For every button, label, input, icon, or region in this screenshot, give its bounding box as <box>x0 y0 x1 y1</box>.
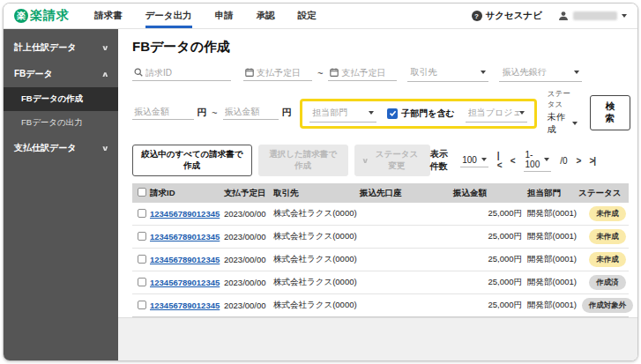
pay-date-cell: 2023/00/00 <box>224 255 273 264</box>
date-range-tilde: ~ <box>317 68 323 78</box>
action-row: 絞込中のすべての請求書で作成 選択した請求書で作成 ∨ ステータス変更 表示件数… <box>132 145 630 176</box>
invoice-id-link[interactable]: 123456789012345 <box>150 301 220 310</box>
table-row: 123456789012345 2023/00/00 株式会社ラクス(0000)… <box>132 294 629 317</box>
status-select[interactable]: 未作成 <box>548 111 578 136</box>
create-from-all-filtered-button[interactable]: 絞込中のすべての請求書で作成 <box>132 145 252 176</box>
sidebar-item-fb-output[interactable]: FBデータの出力 <box>4 111 118 135</box>
row-checkbox[interactable] <box>138 255 146 264</box>
sidebar-item-accounting-journal[interactable]: 計上仕訳データ∨ <box>4 34 118 61</box>
department-cell: 開発部(0001) <box>527 277 578 288</box>
chevron-down-icon <box>481 71 486 74</box>
amount-to-filter <box>223 105 279 120</box>
sidebar: 計上仕訳データ∨FBデータ∧FBデータの作成FBデータの出力支払仕訳データ∨ <box>4 29 118 361</box>
yen-label: 円 <box>282 107 292 119</box>
invoice-id-link[interactable]: 123456789012345 <box>150 209 220 219</box>
pay-date-cell: 2023/00/00 <box>224 278 273 287</box>
header-right: ? サクセスナビ <box>472 10 627 22</box>
department-select[interactable]: 担当部門 <box>309 105 376 123</box>
main-content: FBデータの作成 ~ <box>118 29 637 361</box>
sidebar-item-payment-journal[interactable]: 支払仕訳データ∨ <box>4 135 118 161</box>
invoice-id-link[interactable]: 123456789012345 <box>150 255 220 264</box>
pay-date-cell: 2023/00/00 <box>224 301 273 310</box>
logo-icon: 楽 <box>14 9 28 23</box>
app-logo: 楽 楽請求 <box>14 8 70 24</box>
nav-item-application[interactable]: 申請 <box>215 4 234 28</box>
page-range-select[interactable]: 1-100 <box>524 149 552 172</box>
top-header: 楽 楽請求 請求書データ出力申請承認設定 ? サクセスナビ <box>4 4 637 29</box>
page-range-value: 1-100 <box>525 150 540 169</box>
amount-to-input[interactable] <box>225 107 277 116</box>
vendor-select[interactable]: 取引先 <box>407 64 488 82</box>
department-cell: 開発部(0001) <box>527 254 578 265</box>
amount-from-input[interactable] <box>134 107 192 116</box>
first-page-button[interactable]: |< <box>497 151 502 170</box>
invoice-id-link[interactable]: 123456789012345 <box>150 278 220 287</box>
vendor-select-placeholder: 取引先 <box>410 66 436 78</box>
row-checkbox[interactable] <box>138 278 146 286</box>
pay-date-to-filter <box>328 66 397 81</box>
calendar-icon <box>245 68 254 77</box>
nav-item-data-output[interactable]: データ出力 <box>145 4 192 28</box>
invoice-table: 請求ID 支払予定日 取引先 振込先口座 振込金額 担当部門 ステータス 123… <box>132 183 629 317</box>
status-badge: 作成対象外 <box>582 298 634 313</box>
invoice-id-link[interactable]: 123456789012345 <box>150 232 220 241</box>
project-select-placeholder: 担当プロジェ… <box>468 107 519 119</box>
status-change-button[interactable]: ∨ ステータス変更 <box>354 145 430 176</box>
amount-range-tilde: ~ <box>212 108 217 118</box>
department-cell: 開発部(0001) <box>527 231 578 242</box>
create-from-selected-button[interactable]: 選択した請求書で作成 <box>258 145 348 176</box>
row-checkbox[interactable] <box>138 301 146 309</box>
chevron-down-icon <box>622 14 627 18</box>
bank-select[interactable]: 振込先銀行 <box>499 64 582 82</box>
user-menu[interactable] <box>558 11 627 21</box>
sidebar-item-label: FBデータ <box>14 68 53 80</box>
nav-item-settings[interactable]: 設定 <box>298 4 317 28</box>
amount-cell: 25,000円 <box>453 300 527 311</box>
status-filter-label: ステータス <box>548 89 578 110</box>
vendor-cell: 株式会社ラクス(0000) <box>273 300 360 311</box>
last-page-button[interactable]: >| <box>589 156 595 166</box>
header-account: 振込先口座 <box>360 188 453 199</box>
chevron-down-icon <box>574 71 579 74</box>
highlighted-filter-group: 担当部門 子部門を含む 担当プロジェ… <box>300 99 536 129</box>
filter-row-2: 円 ~ 円 担当部門 <box>132 89 630 136</box>
project-select[interactable]: 担当プロジェ… <box>466 105 527 123</box>
sidebar-item-fb-create[interactable]: FBデータの作成 <box>4 87 118 111</box>
pay-date-to-input[interactable] <box>341 68 395 78</box>
row-checkbox[interactable] <box>138 232 146 241</box>
chevron-down-icon <box>481 158 487 161</box>
search-icon <box>134 68 143 77</box>
success-navi-link[interactable]: ? サクセスナビ <box>472 10 542 22</box>
pay-date-from-input[interactable] <box>257 68 310 78</box>
page-title: FBデータの作成 <box>132 39 630 56</box>
invoice-id-filter <box>132 66 231 81</box>
status-change-label: ステータス変更 <box>371 149 422 172</box>
header-department: 担当部門 <box>527 188 578 199</box>
nav-item-approval[interactable]: 承認 <box>257 4 275 28</box>
sidebar-item-fb-data[interactable]: FBデータ∧ <box>4 61 118 87</box>
display-count-select[interactable]: 100 <box>460 154 488 167</box>
header-invoice-id: 請求ID <box>150 188 224 199</box>
pay-date-cell: 2023/00/00 <box>224 232 273 241</box>
next-page-button[interactable]: > <box>577 156 581 166</box>
page-background <box>118 318 637 361</box>
pay-date-from-filter <box>243 66 312 81</box>
table-header: 請求ID 支払予定日 取引先 振込先口座 振込金額 担当部門 ステータス <box>132 183 629 203</box>
calendar-icon <box>330 68 339 77</box>
status-badge: 未作成 <box>589 252 626 267</box>
select-all-checkbox[interactable] <box>138 188 146 197</box>
nav-item-invoice[interactable]: 請求書 <box>94 4 123 28</box>
include-sub-department-label: 子部門を含む <box>401 108 454 120</box>
amount-cell: 25,000円 <box>453 231 527 242</box>
prev-page-button[interactable]: < <box>511 156 515 166</box>
include-sub-department-option[interactable]: 子部門を含む <box>387 108 454 120</box>
table-row: 123456789012345 2023/00/00 株式会社ラクス(0000)… <box>132 203 629 226</box>
table-row: 123456789012345 2023/00/00 株式会社ラクス(0000)… <box>132 249 629 271</box>
yen-label: 円 <box>198 107 207 119</box>
search-button[interactable]: 検索 <box>590 95 630 130</box>
row-checkbox[interactable] <box>138 209 146 218</box>
invoice-id-input[interactable] <box>145 68 229 78</box>
vendor-cell: 株式会社ラクス(0000) <box>273 277 360 288</box>
header-pay-date: 支払予定日 <box>224 188 273 199</box>
chevron-down-icon <box>519 111 525 115</box>
